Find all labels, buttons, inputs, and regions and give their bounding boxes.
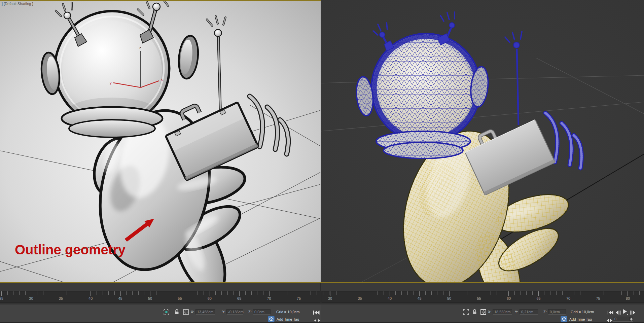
timeline-frame-label: 30: [328, 296, 332, 300]
go-to-start-icon[interactable]: [607, 310, 613, 316]
add-time-tag-icon[interactable]: [561, 316, 567, 322]
timeline-frame-label: 25: [0, 296, 3, 300]
selection-lock-icon[interactable]: [174, 309, 179, 316]
timeline-frame-label: 55: [477, 296, 481, 300]
ruler-major-ticks: [0, 291, 320, 296]
viewport-left[interactable]: z x y ] [Default Shading ] Outline geome…: [0, 0, 321, 282]
x-coordinate-field[interactable]: 18,569cm: [493, 309, 512, 315]
divider: [605, 308, 605, 318]
viewport-shading-label[interactable]: ] [Default Shading ]: [2, 2, 33, 6]
ruler-major-ticks: [322, 291, 644, 296]
timeline-frame-label: 50: [148, 296, 152, 300]
transform-typein-icon[interactable]: [183, 309, 189, 316]
transform-typein-icon[interactable]: [480, 309, 486, 316]
next-frame-icon[interactable]: [630, 310, 636, 316]
selection-lock-icon[interactable]: [472, 309, 477, 316]
time-ruler-left[interactable]: 2530354045505560657075: [0, 291, 320, 303]
timeline-frame-label: 35: [358, 296, 362, 300]
isolate-selection-icon[interactable]: [463, 309, 469, 316]
annotation-text: Outline geometry: [15, 242, 126, 257]
z-coordinate-field[interactable]: 0,0cm: [253, 309, 271, 315]
y-coordinate-field[interactable]: -0,136cm: [226, 309, 243, 315]
time-ruler-right[interactable]: 3035404550556065707580: [322, 291, 644, 303]
z-coordinate-field[interactable]: 0,0cm: [548, 309, 566, 315]
isolate-selection-icon[interactable]: [164, 309, 169, 316]
y-coordinate-field[interactable]: 0,21cm: [520, 309, 538, 315]
axis-y-label: y: [110, 81, 112, 85]
timeline-frame-label: 70: [566, 296, 570, 300]
timeline-frame-label: 60: [208, 296, 212, 300]
timeline-frame-label: 30: [29, 296, 33, 300]
timeline-frame-label: 75: [596, 296, 600, 300]
timeline-frame-label: 70: [267, 296, 271, 300]
add-time-tag-button[interactable]: Add Time Tag: [569, 317, 592, 321]
z-coordinate-label: Z:: [248, 310, 252, 314]
frame-number-spinner[interactable]: 0: [613, 317, 633, 322]
timeline-frame-label: 65: [237, 296, 241, 300]
y-coordinate-label: Y:: [222, 310, 225, 314]
x-coordinate-label: X:: [191, 310, 194, 314]
add-time-tag-button[interactable]: Add Time Tag: [277, 317, 299, 321]
x-coordinate-field[interactable]: 13,458cm: [195, 309, 215, 315]
timeline-frame-label: 60: [507, 296, 511, 300]
status-bar: X: 13,458cm Y: -0,136cm Z: 0,0cm Grid = …: [0, 303, 644, 323]
timeline-frame-label: 40: [88, 296, 93, 300]
play-icon[interactable]: [623, 309, 628, 316]
timeline-frame-label: 65: [536, 296, 540, 300]
timeline-frame-label: 75: [297, 296, 301, 300]
helmet-neck-ring: [69, 120, 155, 137]
timeline-frame-label: 40: [388, 296, 392, 300]
spinner-arrows-icon[interactable]: [629, 317, 633, 321]
timeline-frame-label: 50: [447, 296, 451, 300]
previous-frame-icon[interactable]: [615, 310, 621, 316]
timeline-frame-label: 80: [626, 296, 630, 300]
timeline-frame-label: 55: [178, 296, 182, 300]
x-coordinate-label: X:: [488, 310, 491, 314]
timeline-frame-label: 45: [417, 296, 421, 300]
go-to-start-icon[interactable]: [313, 310, 320, 316]
axis-z-label: z: [139, 46, 141, 50]
z-coordinate-label: Z:: [543, 310, 547, 314]
timeline-frame-label: 45: [118, 296, 122, 300]
add-time-tag-icon[interactable]: [268, 316, 275, 322]
track-bar-strip[interactable]: [0, 283, 644, 291]
grid-size-readout: Grid = 10,0cm: [276, 310, 299, 314]
timeline-frame-label: 35: [59, 296, 63, 300]
grid-size-readout: Grid = 10,0cm: [571, 310, 594, 314]
active-viewport-border-top: [0, 0, 321, 1]
viewport-right[interactable]: [321, 0, 644, 282]
axis-x-label: x: [161, 77, 163, 81]
y-coordinate-label: Y:: [515, 310, 518, 314]
frame-number-value[interactable]: 0: [613, 317, 629, 321]
composite-screenshot: z x y ] [Default Shading ] Outline geome…: [0, 0, 644, 323]
